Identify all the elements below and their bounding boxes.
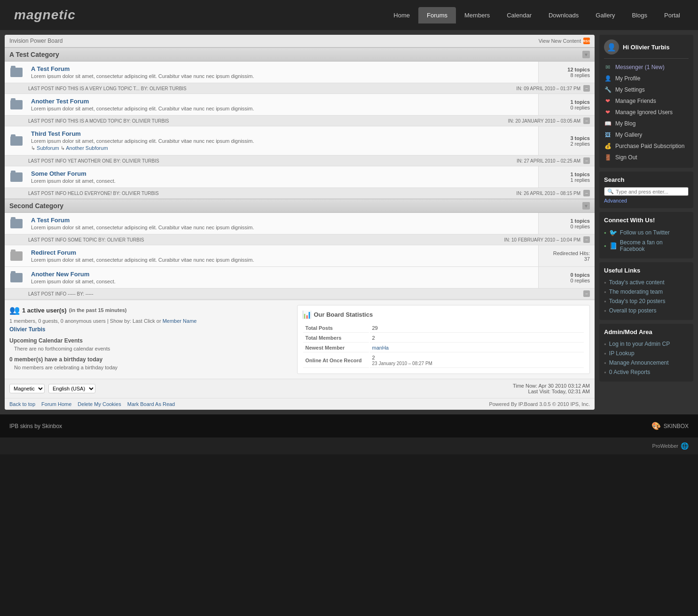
forum-info: A Test Forum Lorem ipsum dolor sit amet,…	[28, 62, 538, 83]
nav-home[interactable]: Home	[385, 7, 418, 23]
manage-friends-link[interactable]: Manage Friends	[615, 98, 656, 104]
my-profile-link[interactable]: My Profile	[615, 75, 640, 82]
sign-out-link[interactable]: Sign Out	[615, 154, 637, 161]
list-item: ● 📘 Become a fan on Facebook	[604, 238, 689, 254]
nav-forums[interactable]: Forums	[418, 7, 456, 23]
nav-calendar[interactable]: Calendar	[498, 7, 540, 23]
forum-home-link[interactable]: Forum Home	[41, 401, 71, 407]
folder-icon	[10, 136, 23, 146]
forum-name[interactable]: A Test Forum	[31, 65, 535, 72]
delete-cookies-link[interactable]: Delete My Cookies	[78, 401, 121, 407]
table-row: Total Members 2	[303, 334, 584, 343]
active-user-link[interactable]: Olivier Turbis	[9, 326, 45, 333]
forum-stats: 0 topics 0 replies	[538, 267, 595, 288]
manage-announcement-link[interactable]: Manage Announcement	[609, 359, 669, 366]
mini-collapse[interactable]: –	[583, 236, 590, 243]
friends-icon: ❤	[604, 97, 612, 105]
newest-member-link[interactable]: manHa	[370, 343, 584, 352]
nav-members[interactable]: Members	[456, 7, 498, 23]
my-blog-link[interactable]: My Blog	[615, 120, 635, 127]
bullet: ●	[604, 309, 606, 313]
top-20-posters-link[interactable]: Today's top 20 posters	[609, 298, 666, 304]
connect-links: ● 🐦 Follow us on Twitter ● 📘 Become a fa…	[604, 227, 689, 254]
forum-name[interactable]: Third Test Forum	[31, 130, 535, 137]
active-users-box: 👥 1 active user(s) (in the past 15 minut…	[9, 305, 292, 374]
list-item: ● IP Lookup	[604, 349, 689, 358]
sidebar-menu-item[interactable]: 🚪 Sign Out	[604, 152, 689, 163]
forum-stats: 12 topics 8 replies	[538, 62, 595, 83]
active-content-link[interactable]: Today's active content	[609, 279, 665, 286]
twitter-link[interactable]: Follow us on Twitter	[620, 229, 670, 236]
forum-name[interactable]: Another Test Forum	[31, 98, 535, 105]
forum-stats: 1 topics 0 replies	[538, 94, 595, 115]
bullet: ●	[604, 342, 606, 346]
category-collapse-1[interactable]: ▼	[582, 51, 590, 58]
sidebar-menu-item[interactable]: 🔧 My Settings	[604, 84, 689, 95]
user-avatar: 👤	[604, 39, 619, 55]
manage-ignored-link[interactable]: Manage Ignored Users	[615, 109, 673, 116]
admin-section-title: Admin/Mod Area	[604, 328, 689, 335]
site-footer-left: IPB skins by Skinbox	[9, 423, 62, 429]
lang-select[interactable]: English (USA)	[48, 384, 95, 393]
messenger-link[interactable]: Messenger (1 New)	[615, 64, 665, 70]
forum-name[interactable]: Redirect Forum	[31, 249, 535, 256]
main-nav: Home Forums Members Calendar Downloads G…	[385, 7, 689, 23]
mini-collapse[interactable]: –	[583, 117, 590, 124]
moderating-team-link[interactable]: The moderating team	[609, 289, 663, 295]
search-input[interactable]	[616, 189, 685, 195]
my-settings-link[interactable]: My Settings	[615, 86, 645, 93]
site-logo[interactable]: magnetic	[0, 8, 90, 23]
admin-cp-link[interactable]: Log in to your Admin CP	[609, 341, 670, 347]
mark-board-read-link[interactable]: Mark Board As Read	[127, 401, 175, 407]
forum-name[interactable]: Some Other Forum	[31, 170, 535, 177]
active-reports-link[interactable]: 0 Active Reports	[609, 369, 650, 375]
theme-select[interactable]: Magnetic	[9, 384, 45, 393]
subforum-link[interactable]: Another Subforum	[66, 145, 108, 151]
sidebar-admin-section: Admin/Mod Area ● Log in to your Admin CP…	[599, 324, 693, 382]
sidebar-menu-item[interactable]: 💰 Purchase Paid Subscription	[604, 140, 689, 152]
subforum-link[interactable]: Subforum	[37, 145, 59, 151]
category-header-2: Second Category ▼	[5, 199, 595, 213]
nav-downloads[interactable]: Downloads	[540, 7, 587, 23]
sidebar-menu-item[interactable]: ✉ Messenger (1 New)	[604, 62, 689, 73]
mini-collapse[interactable]: –	[583, 157, 590, 164]
sidebar-menu-item[interactable]: 📖 My Blog	[604, 118, 689, 129]
nav-portal[interactable]: Portal	[656, 7, 689, 23]
sidebar-user-header: 👤 Hi Olivier Turbis	[604, 39, 689, 59]
forum-row: Some Other Forum Lorem ipsum dolor sit a…	[5, 166, 595, 188]
sidebar-user-menu: ✉ Messenger (1 New) 👤 My Profile 🔧 My Se…	[604, 62, 689, 163]
bullet: ●	[604, 281, 606, 285]
bullet: ●	[604, 299, 606, 304]
bullet: ●	[604, 361, 606, 365]
forum-icon	[5, 166, 28, 187]
nav-gallery[interactable]: Gallery	[587, 7, 623, 23]
sidebar-menu-item[interactable]: 👤 My Profile	[604, 73, 689, 84]
forum-name[interactable]: Another New Forum	[31, 271, 535, 278]
mini-collapse[interactable]: –	[583, 85, 590, 92]
sidebar-menu-item[interactable]: 🖼 My Gallery	[604, 129, 689, 140]
rss-icon[interactable]: RSS	[583, 38, 590, 44]
view-new-content[interactable]: View New Content RSS	[539, 38, 590, 44]
forum-icon	[5, 126, 28, 155]
back-to-top-link[interactable]: Back to top	[9, 401, 35, 407]
birthday-text: No members are celebrating a birthday to…	[9, 365, 292, 370]
advanced-search-link[interactable]: Advanced	[604, 198, 689, 203]
nav-blogs[interactable]: Blogs	[624, 7, 656, 23]
search-section-title: Search	[604, 176, 689, 183]
member-name-link[interactable]: Member Name	[163, 318, 197, 324]
top-posters-link[interactable]: Overall top posters	[609, 307, 657, 314]
sidebar-menu-item[interactable]: ❤ Manage Ignored Users	[604, 107, 689, 118]
footer-selects: Magnetic English (USA)	[9, 384, 95, 393]
ip-lookup-link[interactable]: IP Lookup	[609, 350, 635, 357]
facebook-link[interactable]: Become a fan on Facebook	[620, 239, 689, 252]
my-gallery-link[interactable]: My Gallery	[615, 132, 642, 138]
forum-name[interactable]: A Test Forum	[31, 217, 535, 224]
search-wrapper: 🔍	[604, 187, 689, 196]
site-footer: IPB skins by Skinbox 🎨 SKINBOX	[0, 414, 698, 437]
category-collapse-2[interactable]: ▼	[582, 202, 590, 210]
mini-collapse[interactable]: –	[583, 290, 590, 297]
content-area: Invision Power Board View New Content RS…	[5, 35, 595, 410]
purchase-subscription-link[interactable]: Purchase Paid Subscription	[615, 143, 684, 149]
sidebar-menu-item[interactable]: ❤ Manage Friends	[604, 95, 689, 107]
mini-collapse[interactable]: –	[583, 190, 590, 196]
